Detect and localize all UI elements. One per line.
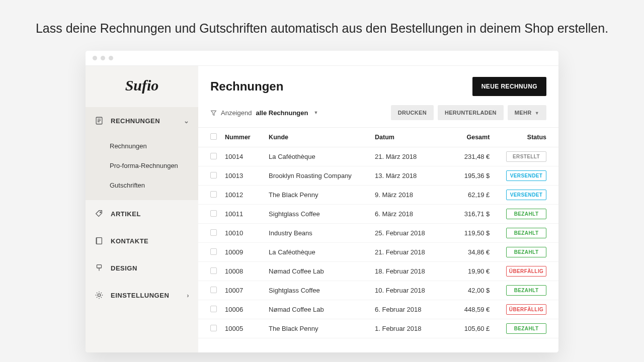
cell-customer: Nømad Coffee Lab bbox=[269, 267, 375, 275]
status-badge: VERSENDET bbox=[506, 190, 546, 200]
page-title: Rechnungen bbox=[210, 79, 283, 94]
filter-dropdown[interactable]: Anzeigend alle Rechnungen ▼ bbox=[210, 109, 318, 117]
app-logo: Sufio bbox=[86, 66, 198, 107]
cell-customer: The Black Penny bbox=[269, 191, 375, 199]
cell-total: 19,90 € bbox=[452, 267, 497, 275]
nav-contacts[interactable]: KONTAKTE bbox=[86, 227, 198, 254]
cell-customer: Nømad Coffee Lab bbox=[269, 306, 375, 313]
status-badge: BEZAHLT bbox=[506, 285, 546, 296]
table-row[interactable]: 10007Sightglass Coffee10. Februar 201842… bbox=[198, 281, 558, 300]
cell-date: 18. Februar 2018 bbox=[375, 267, 452, 275]
cell-customer: La Caféothèque bbox=[269, 153, 375, 160]
cell-customer: La Caféothèque bbox=[269, 248, 375, 256]
nav-label: KONTAKTE bbox=[111, 237, 189, 245]
subnav-proforma[interactable]: Pro-forma-Rechnungen bbox=[86, 156, 198, 175]
status-badge: BEZAHLT bbox=[506, 228, 546, 238]
svg-point-9 bbox=[98, 294, 100, 296]
row-checkbox[interactable] bbox=[210, 267, 217, 274]
print-button[interactable]: DRUCKEN bbox=[391, 105, 434, 120]
nav-label: ARTIKEL bbox=[111, 210, 189, 218]
cell-total: 195,36 $ bbox=[452, 172, 497, 179]
traffic-light-close[interactable] bbox=[93, 56, 97, 60]
status-badge: VERSENDET bbox=[506, 170, 546, 181]
cell-number: 10007 bbox=[225, 287, 269, 294]
col-total[interactable]: Gesamt bbox=[452, 134, 497, 141]
chevron-right-icon: › bbox=[187, 292, 189, 299]
table-row[interactable]: 10008Nømad Coffee Lab18. Februar 201819,… bbox=[198, 262, 558, 281]
cell-total: 34,86 € bbox=[452, 248, 497, 256]
gear-icon bbox=[95, 291, 104, 300]
new-invoice-button[interactable]: NEUE RECHNUNG bbox=[472, 77, 546, 96]
svg-rect-5 bbox=[97, 238, 102, 244]
traffic-light-max[interactable] bbox=[109, 56, 113, 60]
table-row[interactable]: 10005The Black Penny1. Februar 2018105,6… bbox=[198, 319, 558, 338]
traffic-light-min[interactable] bbox=[101, 56, 105, 60]
download-button[interactable]: HERUNTERLADEN bbox=[438, 105, 504, 120]
cell-total: 62,19 £ bbox=[452, 191, 497, 199]
table-header: Nummer Kunde Datum Gesamt Status bbox=[198, 127, 558, 147]
caret-down-icon: ▼ bbox=[313, 110, 318, 115]
cell-number: 10008 bbox=[225, 267, 269, 275]
table-row[interactable]: 10010Industry Beans25. Februar 2018119,5… bbox=[198, 224, 558, 243]
cell-number: 10013 bbox=[225, 172, 269, 179]
col-status[interactable]: Status bbox=[497, 134, 546, 141]
cell-number: 10012 bbox=[225, 191, 269, 199]
nav-products[interactable]: ARTIKEL bbox=[86, 200, 198, 227]
row-checkbox[interactable] bbox=[210, 287, 217, 293]
col-customer[interactable]: Kunde bbox=[269, 134, 375, 141]
nav-label: EINSTELLUNGEN bbox=[111, 292, 180, 299]
cell-number: 10006 bbox=[225, 306, 269, 313]
chevron-down-icon: ⌄ bbox=[184, 117, 190, 125]
table-row[interactable]: 10011Sightglass Coffee6. März 2018316,71… bbox=[198, 205, 558, 224]
nav-label: RECHNUNGEN bbox=[111, 117, 177, 125]
cell-customer: Brooklyn Roasting Company bbox=[269, 172, 375, 179]
brush-icon bbox=[95, 263, 104, 273]
cell-total: 42,00 $ bbox=[452, 287, 497, 294]
table-row[interactable]: 10012The Black Penny9. März 201862,19 £V… bbox=[198, 186, 558, 205]
row-checkbox[interactable] bbox=[210, 229, 217, 236]
cell-customer: The Black Penny bbox=[269, 325, 375, 332]
cell-date: 21. Februar 2018 bbox=[375, 248, 452, 256]
cell-customer: Sightglass Coffee bbox=[269, 210, 375, 218]
subnav-credits[interactable]: Gutschriften bbox=[86, 175, 198, 195]
svg-point-4 bbox=[100, 212, 101, 213]
cell-date: 6. März 2018 bbox=[375, 210, 452, 218]
col-date[interactable]: Datum bbox=[375, 134, 452, 141]
status-badge: BEZAHLT bbox=[506, 323, 546, 334]
nav-settings[interactable]: EINSTELLUNGEN › bbox=[86, 282, 198, 309]
cell-date: 13. März 2018 bbox=[375, 172, 452, 179]
document-icon bbox=[95, 116, 104, 125]
table-row[interactable]: 10014La Caféothèque21. März 2018231,48 €… bbox=[198, 147, 558, 166]
table-row[interactable]: 10013Brooklyn Roasting Company13. März 2… bbox=[198, 166, 558, 186]
row-checkbox[interactable] bbox=[210, 306, 217, 312]
row-checkbox[interactable] bbox=[210, 153, 217, 159]
contacts-icon bbox=[95, 236, 104, 245]
cell-date: 21. März 2018 bbox=[375, 153, 452, 160]
row-checkbox[interactable] bbox=[210, 325, 217, 331]
cell-total: 105,60 £ bbox=[452, 325, 497, 332]
cell-number: 10010 bbox=[225, 229, 269, 237]
cell-total: 448,59 € bbox=[452, 306, 497, 313]
col-number[interactable]: Nummer bbox=[225, 134, 269, 141]
cell-total: 316,71 $ bbox=[452, 210, 497, 218]
row-checkbox[interactable] bbox=[210, 191, 217, 198]
cell-number: 10011 bbox=[225, 210, 269, 218]
cell-date: 9. März 2018 bbox=[375, 191, 452, 199]
row-checkbox[interactable] bbox=[210, 210, 217, 217]
more-button[interactable]: MEHR ▼ bbox=[508, 105, 546, 120]
nav-design[interactable]: DESIGN bbox=[86, 254, 198, 282]
status-badge: BEZAHLT bbox=[506, 209, 546, 219]
row-checkbox[interactable] bbox=[210, 172, 217, 178]
filter-prefix: Anzeigend bbox=[221, 109, 252, 117]
select-all-checkbox[interactable] bbox=[210, 133, 217, 140]
main-panel: Rechnungen NEUE RECHNUNG Anzeigend alle … bbox=[198, 66, 558, 352]
table-row[interactable]: 10006Nømad Coffee Lab6. Februar 2018448,… bbox=[198, 300, 558, 319]
subnav-invoices[interactable]: Rechnungen bbox=[86, 136, 198, 156]
cell-number: 10014 bbox=[225, 153, 269, 160]
cell-date: 10. Februar 2018 bbox=[375, 287, 452, 294]
table-row[interactable]: 10009La Caféothèque21. Februar 201834,86… bbox=[198, 243, 558, 262]
nav-invoices[interactable]: RECHNUNGEN ⌄ bbox=[86, 107, 198, 134]
status-badge: ÜBERFÄLLIG bbox=[506, 266, 546, 277]
row-checkbox[interactable] bbox=[210, 248, 217, 255]
filter-icon bbox=[210, 110, 217, 116]
